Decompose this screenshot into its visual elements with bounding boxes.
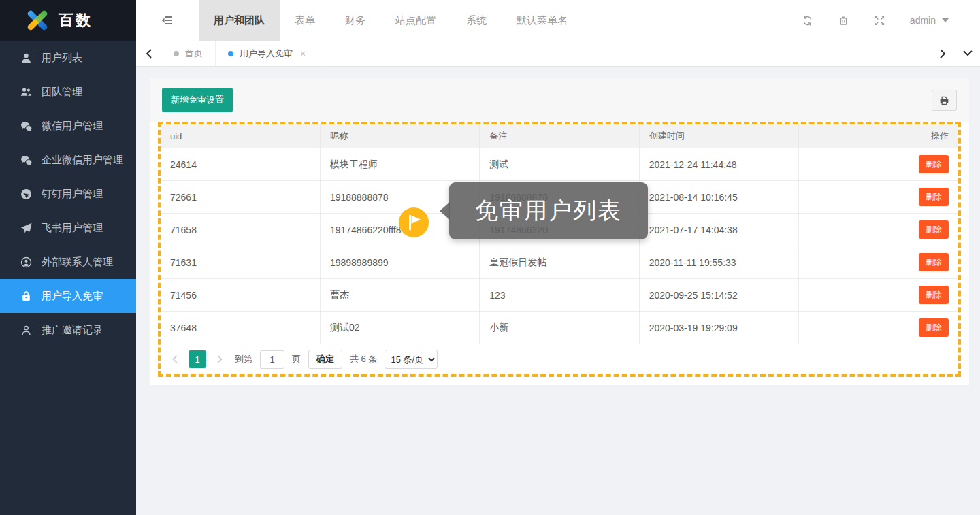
sidebar-item-wechat-users[interactable]: 微信用户管理 <box>0 109 136 143</box>
sidebar-item-dingtalk-users[interactable]: 钉钉用户管理 <box>0 177 136 211</box>
wechat-icon <box>20 120 32 132</box>
user-icon <box>20 52 32 64</box>
chevron-right-icon <box>217 355 223 363</box>
cell-uid: 71631 <box>161 246 320 279</box>
fullscreen-icon[interactable] <box>874 15 885 27</box>
chevron-left-icon <box>172 355 178 363</box>
topnav-finance[interactable]: 财务 <box>330 0 380 41</box>
cell-actions: 删除 <box>799 246 958 279</box>
main-content: 新增免审设置 uid 昵称 备注 创建时间 操作 <box>136 67 980 515</box>
table-row: 24614 模块工程师 测试 2021-12-24 11:44:48 删除 <box>161 148 958 181</box>
close-icon[interactable]: × <box>300 48 306 59</box>
topnav-default-menu[interactable]: 默认菜单名 <box>502 0 583 41</box>
cell-actions: 删除 <box>799 214 958 246</box>
user-menu[interactable]: admin <box>910 15 949 26</box>
brand-x-icon <box>24 7 50 33</box>
col-uid: uid <box>161 124 320 148</box>
trash-icon[interactable] <box>838 15 849 27</box>
cell-uid: 71456 <box>161 279 320 312</box>
sidebar: 百数 用户列表 团队管理 微信用户管理 企业微信用户管理 钉钉用户管理 飞书用户… <box>0 0 136 515</box>
tabbar-spacer <box>318 41 930 66</box>
cell-nickname: 模块工程师 <box>320 148 479 181</box>
page-size-select[interactable]: 15 条/页 <box>385 350 438 369</box>
cell-remark: 皇冠假日发帖 <box>480 246 639 279</box>
brand-name: 百数 <box>59 10 93 31</box>
cell-nickname: 19898989899 <box>320 246 479 279</box>
refresh-icon[interactable] <box>802 15 813 27</box>
delete-button[interactable]: 删除 <box>919 188 949 206</box>
audit-users-table: uid 昵称 备注 创建时间 操作 24614 模块工程师 测试 2021-12… <box>161 124 958 344</box>
sidebar-item-external-contacts[interactable]: 外部联系人管理 <box>0 245 136 279</box>
tab-label: 首页 <box>185 48 203 60</box>
cell-created: 2021-07-17 14:04:38 <box>639 214 798 246</box>
guide-play-button[interactable] <box>399 207 429 237</box>
add-audit-setting-button[interactable]: 新增免审设置 <box>162 88 233 112</box>
sidebar-collapse-button[interactable] <box>136 0 199 41</box>
delete-button[interactable]: 删除 <box>919 253 949 271</box>
table-header-row: uid 昵称 备注 创建时间 操作 <box>161 124 958 148</box>
chevron-right-icon <box>940 49 946 59</box>
collapse-menu-icon <box>161 14 174 27</box>
tabs-scroll-left-button[interactable] <box>136 41 161 66</box>
top-header: 用户和团队 表单 财务 站点配置 系统 默认菜单名 admin <box>136 0 980 41</box>
topnav-users-teams[interactable]: 用户和团队 <box>199 0 280 41</box>
cell-uid: 71658 <box>161 214 320 246</box>
page-number-button[interactable]: 1 <box>189 350 206 368</box>
play-flag-icon <box>399 207 429 237</box>
feishu-icon <box>20 222 32 234</box>
table-row: 37648 测试02 小新 2020-03-19 19:29:09 删除 <box>161 312 958 344</box>
cell-actions: 删除 <box>799 312 958 344</box>
sidebar-item-label: 飞书用户管理 <box>42 222 103 235</box>
tab-bar: 首页 用户导入免审 × <box>136 41 980 67</box>
import-audit-icon <box>20 290 32 302</box>
sidebar-item-label: 用户导入免审 <box>42 290 103 303</box>
delete-button[interactable]: 删除 <box>919 286 949 304</box>
chevron-down-icon <box>963 50 973 56</box>
topnav-site-config[interactable]: 站点配置 <box>380 0 451 41</box>
sidebar-item-label: 企业微信用户管理 <box>42 154 123 167</box>
sidebar-menu: 用户列表 团队管理 微信用户管理 企业微信用户管理 钉钉用户管理 飞书用户管理 … <box>0 41 136 347</box>
page-number-input[interactable] <box>260 350 284 369</box>
sidebar-item-feishu-users[interactable]: 飞书用户管理 <box>0 211 136 245</box>
cell-actions: 删除 <box>799 181 958 214</box>
cell-remark: 小新 <box>480 312 639 344</box>
print-button[interactable] <box>932 90 957 111</box>
tab-user-import-audit[interactable]: 用户导入免审 × <box>216 41 318 66</box>
cell-actions: 删除 <box>799 279 958 312</box>
cell-remark: 19188888878 <box>480 181 639 214</box>
user-name: admin <box>910 15 936 26</box>
cell-created: 2021-08-14 10:16:45 <box>639 181 798 214</box>
tabs-scroll-right-button[interactable] <box>930 41 955 66</box>
cell-uid: 72661 <box>161 181 320 214</box>
delete-button[interactable]: 删除 <box>919 155 949 173</box>
printer-icon <box>938 95 950 106</box>
cell-nickname: 曹杰 <box>320 279 479 312</box>
delete-button[interactable]: 删除 <box>919 318 949 337</box>
delete-button[interactable]: 删除 <box>919 220 949 239</box>
sidebar-item-wecom-users[interactable]: 企业微信用户管理 <box>0 143 136 177</box>
confirm-page-button[interactable]: 确定 <box>308 350 342 369</box>
dingtalk-icon <box>20 188 32 200</box>
sidebar-item-team-management[interactable]: 团队管理 <box>0 75 136 109</box>
table-row: 71456 曹杰 123 2020-09-25 15:14:52 删除 <box>161 279 958 312</box>
tab-label: 用户导入免审 <box>240 48 293 60</box>
topnav-forms[interactable]: 表单 <box>280 0 330 41</box>
sidebar-item-label: 微信用户管理 <box>42 120 103 133</box>
cell-uid: 37648 <box>161 312 320 344</box>
sidebar-item-promo-invite-records[interactable]: 推广邀请记录 <box>0 313 136 347</box>
cell-created: 2020-03-19 19:29:09 <box>639 312 798 344</box>
tab-home[interactable]: 首页 <box>161 41 216 66</box>
invite-record-icon <box>20 325 32 336</box>
col-created: 创建时间 <box>639 124 798 148</box>
sidebar-item-user-import-audit[interactable]: 用户导入免审 <box>0 279 136 313</box>
highlighted-table-region: uid 昵称 备注 创建时间 操作 24614 模块工程师 测试 2021-12… <box>158 122 961 377</box>
tab-dot <box>174 51 179 56</box>
topnav-system[interactable]: 系统 <box>451 0 502 41</box>
prev-page-button[interactable] <box>167 350 182 368</box>
chevron-left-icon <box>146 49 152 59</box>
chevron-down-icon <box>942 18 949 22</box>
content-card: 新增免审设置 uid 昵称 备注 创建时间 操作 <box>150 78 969 385</box>
tabs-menu-button[interactable] <box>955 41 980 66</box>
next-page-button[interactable] <box>212 350 227 368</box>
sidebar-item-user-list[interactable]: 用户列表 <box>0 41 136 75</box>
